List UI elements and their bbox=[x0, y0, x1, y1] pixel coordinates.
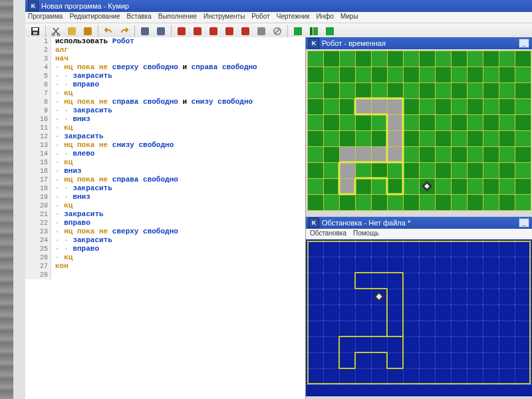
code-line[interactable]: 17· нц пока не справа свободно bbox=[25, 176, 305, 184]
code-line[interactable]: 8· нц пока не справа свободно и снизу св… bbox=[25, 98, 305, 106]
menu-Вставка[interactable]: Вставка bbox=[127, 13, 152, 22]
col-green-button[interactable] bbox=[307, 24, 321, 39]
pause-button[interactable] bbox=[254, 24, 269, 39]
setup-panel-title: Обстановка - Нет файла * bbox=[322, 219, 410, 227]
line-number: 12 bbox=[25, 132, 51, 141]
code-line[interactable]: 6· · вправо bbox=[25, 80, 305, 89]
stop-button[interactable] bbox=[270, 24, 285, 39]
svg-rect-14 bbox=[225, 27, 233, 35]
line-number: 22 bbox=[25, 219, 51, 227]
setup-menubar[interactable]: ОбстановкаПомощь bbox=[306, 229, 532, 239]
minimize-button[interactable]: _ bbox=[519, 39, 529, 48]
copy-button[interactable] bbox=[65, 24, 79, 39]
menu-Редактирование[interactable]: Редактирование bbox=[69, 13, 120, 22]
code-line[interactable]: 7· кц bbox=[25, 89, 305, 98]
line-number: 3 bbox=[25, 55, 51, 63]
step-over-button[interactable] bbox=[206, 24, 221, 39]
menu-Инструменты[interactable]: Инструменты bbox=[203, 13, 245, 22]
code-line[interactable]: 23· нц пока не сверху свободно bbox=[25, 227, 305, 236]
code-line[interactable]: 9· · закрасить bbox=[25, 106, 305, 115]
line-number: 19 bbox=[25, 193, 51, 201]
step-out-button[interactable] bbox=[222, 24, 237, 39]
line-number: 2 bbox=[25, 46, 51, 55]
code-line[interactable]: 19· · вниз bbox=[25, 193, 305, 201]
minimize-button[interactable]: _ bbox=[519, 218, 529, 227]
svg-rect-25 bbox=[313, 27, 318, 35]
svg-rect-15 bbox=[241, 27, 249, 35]
line-number: 10 bbox=[25, 115, 51, 124]
setup-panel: K Обстановка - Нет файла * _ ОбстановкаП… bbox=[306, 217, 532, 399]
code-line[interactable]: 10· · вниз bbox=[25, 115, 305, 124]
line-number: 23 bbox=[25, 227, 51, 236]
setup-panel-icon: K bbox=[309, 217, 319, 228]
svg-rect-13 bbox=[209, 27, 217, 35]
svg-rect-12 bbox=[194, 27, 201, 35]
setup-field[interactable] bbox=[306, 239, 532, 396]
setup-panel-titlebar[interactable]: K Обстановка - Нет файла * _ bbox=[306, 217, 532, 229]
doc2-button[interactable] bbox=[154, 24, 168, 39]
menu-Выполнение[interactable]: Выполнение bbox=[158, 13, 197, 22]
step-in-button[interactable] bbox=[190, 24, 205, 39]
code-line[interactable]: 20· кц bbox=[25, 201, 305, 210]
setup-menu-Помощь[interactable]: Помощь bbox=[353, 229, 379, 239]
line-number: 7 bbox=[25, 89, 51, 98]
robot-panel-titlebar[interactable]: K Робот - временная _ bbox=[306, 37, 532, 49]
code-line[interactable]: 21· закрасить bbox=[25, 210, 305, 219]
code-line[interactable]: 12· закрасить bbox=[25, 132, 305, 141]
svg-rect-10 bbox=[157, 27, 165, 35]
grid-green-button[interactable] bbox=[291, 24, 305, 39]
robot-panel-title: Робот - временная bbox=[322, 39, 386, 47]
svg-rect-7 bbox=[68, 27, 76, 35]
code-line[interactable]: 15· кц bbox=[25, 158, 305, 167]
menu-Робот[interactable]: Робот bbox=[251, 13, 269, 22]
code-line[interactable]: 11· кц bbox=[25, 124, 305, 132]
setup-menu-Обстановка[interactable]: Обстановка bbox=[310, 229, 346, 239]
code-line[interactable]: 3нач bbox=[25, 55, 305, 63]
code-line[interactable]: 16· вниз bbox=[25, 167, 305, 176]
undo-button[interactable] bbox=[101, 24, 116, 39]
line-number: 26 bbox=[25, 253, 51, 262]
svg-rect-8 bbox=[84, 27, 92, 35]
line-number: 17 bbox=[25, 176, 51, 184]
code-line[interactable]: 5· · закрасить bbox=[25, 72, 305, 80]
code-line[interactable]: 14· · влево bbox=[25, 150, 305, 158]
line-number: 27 bbox=[25, 262, 51, 271]
code-line[interactable]: 1использовать Робот bbox=[25, 37, 305, 46]
run-red-button[interactable] bbox=[174, 24, 189, 39]
line-number: 16 bbox=[25, 167, 51, 176]
redo-button[interactable] bbox=[117, 24, 132, 39]
code-line[interactable]: 25· · вправо bbox=[25, 245, 305, 253]
code-line[interactable]: 13· нц пока не снизу свободно bbox=[25, 141, 305, 150]
line-number: 28 bbox=[25, 271, 51, 279]
cut-button[interactable] bbox=[49, 24, 63, 39]
app-icon: K bbox=[28, 1, 39, 11]
svg-rect-11 bbox=[178, 27, 186, 35]
line-number: 20 bbox=[25, 201, 51, 210]
save-button[interactable] bbox=[28, 24, 43, 39]
menu-Программа[interactable]: Программа bbox=[28, 13, 63, 22]
svg-rect-24 bbox=[310, 27, 313, 35]
robot-field[interactable] bbox=[306, 49, 532, 214]
code-line[interactable]: 22· вправо bbox=[25, 219, 305, 227]
code-line[interactable]: 24· · закрасить bbox=[25, 236, 305, 245]
paste-button[interactable] bbox=[80, 24, 95, 39]
code-line[interactable]: 28 bbox=[25, 271, 305, 279]
grid-green2-button[interactable] bbox=[323, 24, 337, 39]
code-line[interactable]: 2алг bbox=[25, 46, 305, 55]
robot-panel-icon: K bbox=[309, 38, 319, 49]
code-editor[interactable]: 1использовать Робот2алг3нач4· нц пока не… bbox=[25, 37, 306, 399]
code-line[interactable]: 18· · закрасить bbox=[25, 184, 305, 193]
menu-Чертежник[interactable]: Чертежник bbox=[277, 13, 310, 22]
line-number: 14 bbox=[25, 150, 51, 158]
menubar[interactable]: ПрограммаРедактированиеВставкаВыполнение… bbox=[25, 12, 532, 23]
line-number: 11 bbox=[25, 124, 51, 132]
code-line[interactable]: 4· нц пока не сверху свободно и справа с… bbox=[25, 63, 305, 72]
menu-Миры[interactable]: Миры bbox=[340, 13, 358, 22]
doc1-button[interactable] bbox=[138, 24, 152, 39]
code-line[interactable]: 27кон bbox=[25, 262, 305, 271]
code-line[interactable]: 26· кц bbox=[25, 253, 305, 262]
menu-Инфо[interactable]: Инфо bbox=[316, 13, 334, 22]
step-button[interactable] bbox=[238, 24, 253, 39]
line-number: 15 bbox=[25, 158, 51, 167]
line-number: 1 bbox=[25, 37, 51, 46]
